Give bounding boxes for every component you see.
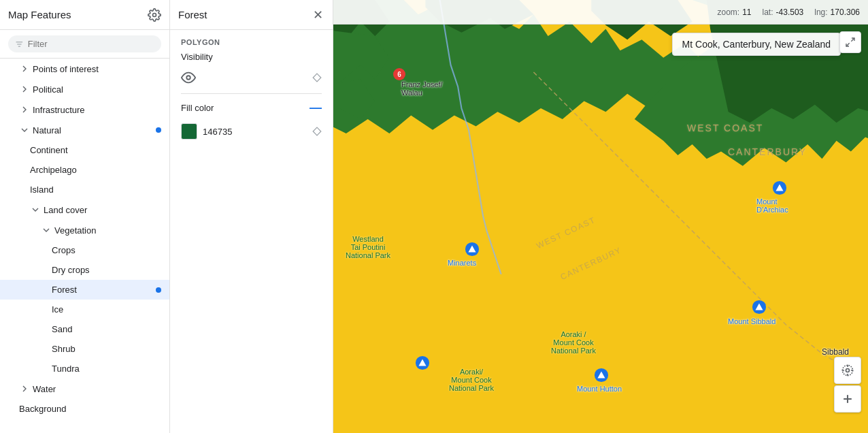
aoraki-left-label: Aoraki/Mount CookNational Park <box>449 368 494 392</box>
sidebar-item-tundra[interactable]: Tundra <box>0 359 169 379</box>
zoom-coord: zoom: 11 <box>717 7 751 17</box>
filter-input[interactable] <box>28 39 154 49</box>
visibility-label: Visibility <box>181 52 213 62</box>
sidebar-item-label: Land cover <box>44 205 161 215</box>
sidebar-item-label: Background <box>19 404 161 414</box>
sidebar-item-infrastructure[interactable]: Infrastructure <box>0 99 169 120</box>
minarets-icon <box>465 242 480 257</box>
svg-marker-6 <box>313 127 321 135</box>
sidebar-item-label: Crops <box>52 245 161 255</box>
lng-coord: lng: 170.306 <box>814 7 860 17</box>
close-button[interactable]: ✕ <box>311 8 324 22</box>
franz-josef-badge: 6 <box>393 68 405 80</box>
sidebar-item-political[interactable]: Political <box>0 79 169 99</box>
visibility-control-row <box>181 70 322 85</box>
minus-icon[interactable]: — <box>310 101 322 115</box>
diamond-icon[interactable] <box>312 127 322 136</box>
sidebar-item-continent[interactable]: Continent <box>0 140 169 160</box>
sidebar-item-label: Points of interest <box>33 64 161 74</box>
fill-color-label-row: Fill color — <box>181 101 322 115</box>
sidebar-item-label: Dry crops <box>52 265 161 275</box>
filter-bar <box>0 30 169 59</box>
map-container: Mt Cook, Canterbury, New Zealand 6 Franz… <box>333 0 868 433</box>
sidebar-item-label: Ice <box>52 304 161 315</box>
map-topbar: zoom: 11 lat: -43.503 lng: 170.306 <box>333 0 868 25</box>
sidebar-item-label: Continent <box>30 145 161 155</box>
sidebar-item-label: Water <box>33 384 161 394</box>
svg-line-8 <box>851 38 854 42</box>
sidebar: Map Features Points of interest Politica… <box>0 0 170 433</box>
sidebar-item-label: Vegetation <box>54 225 161 236</box>
sidebar-item-ice[interactable]: Ice <box>0 300 169 319</box>
fullscreen-button[interactable] <box>839 31 861 53</box>
sidebar-item-label: Archipelago <box>30 165 161 175</box>
mount-darchiac-label: MountD'Archiac <box>756 197 788 214</box>
detail-header: Forest ✕ <box>170 0 333 30</box>
sidebar-item-land-cover[interactable]: Land cover <box>0 199 169 220</box>
sidebar-item-points-of-interest[interactable]: Points of interest <box>0 59 169 79</box>
location-button[interactable] <box>834 357 861 384</box>
mount-darchiac-icon <box>772 180 787 195</box>
fill-color-row <box>181 123 244 140</box>
sidebar-item-archipelago[interactable]: Archipelago <box>0 160 169 180</box>
lat-coord: lat: -43.503 <box>763 7 804 17</box>
fill-color-label: Fill color <box>181 103 214 113</box>
sidebar-item-label: Shrub <box>52 344 161 354</box>
mount-hutton-label: Mount Hutton <box>577 385 622 393</box>
active-dot <box>156 287 161 293</box>
polygon-section-title: Polygon <box>181 38 322 46</box>
fullscreen-icon <box>845 37 856 48</box>
minarets-label: Minarets <box>448 259 476 267</box>
svg-point-0 <box>153 13 156 16</box>
svg-marker-5 <box>313 74 321 82</box>
sidebar-item-label: Sand <box>52 324 161 334</box>
mount-sibbald-icon <box>752 300 767 315</box>
canterbury-label-1: CANTERBURY <box>728 146 807 157</box>
chevron-right-icon <box>19 84 30 95</box>
sidebar-item-island[interactable]: Island <box>0 180 169 199</box>
svg-point-4 <box>186 76 190 80</box>
sidebar-title: Map Features <box>8 9 71 20</box>
color-swatch[interactable] <box>181 123 197 140</box>
sibbald-label: Sibbald <box>822 347 849 357</box>
sidebar-item-shrub[interactable]: Shrub <box>0 339 169 359</box>
chevron-down-icon <box>30 204 41 215</box>
westland-park-label: WestlandTai PoutiniNational Park <box>346 235 390 259</box>
detail-panel: Forest ✕ Polygon Visibility Fill color — <box>170 0 333 433</box>
aoraki-center-label: Aoraki /Mount CookNational Park <box>551 330 596 355</box>
plus-icon <box>841 392 854 406</box>
active-dot <box>156 127 161 133</box>
sidebar-item-water[interactable]: Water <box>0 379 169 399</box>
sidebar-header: Map Features <box>0 0 169 30</box>
sidebar-item-forest[interactable]: Forest <box>0 280 169 300</box>
aoraki-left-icon <box>415 355 430 370</box>
map-controls <box>834 357 861 413</box>
sidebar-item-label: Tundra <box>52 364 161 374</box>
sidebar-item-label: Infrastructure <box>33 105 161 115</box>
sidebar-item-label: Island <box>30 185 161 195</box>
fill-color-control-row <box>181 123 322 140</box>
mount-hutton-icon <box>594 368 609 383</box>
zoom-in-button[interactable] <box>834 385 861 413</box>
nav-tree: Points of interest Political Infrastruct… <box>0 59 169 433</box>
divider <box>181 93 322 94</box>
color-hex-input[interactable] <box>203 127 244 137</box>
filter-input-wrap[interactable] <box>8 35 161 52</box>
sidebar-item-background[interactable]: Background <box>0 399 169 419</box>
chevron-down-icon <box>19 125 30 135</box>
svg-point-20 <box>846 369 850 372</box>
sidebar-item-sand[interactable]: Sand <box>0 319 169 339</box>
detail-title: Forest <box>178 9 207 20</box>
sidebar-item-vegetation[interactable]: Vegetation <box>0 220 169 240</box>
sidebar-item-natural[interactable]: Natural <box>0 120 169 140</box>
diamond-icon[interactable] <box>312 73 322 82</box>
sidebar-item-label: Political <box>33 84 161 95</box>
sidebar-item-crops[interactable]: Crops <box>0 240 169 260</box>
west-coast-label-1: WEST COAST <box>687 123 763 133</box>
visibility-icon[interactable] <box>181 70 196 85</box>
sidebar-item-label: Natural <box>33 125 156 135</box>
chevron-right-icon <box>19 63 30 74</box>
map-area[interactable]: zoom: 11 lat: -43.503 lng: 170.306 <box>333 0 868 433</box>
gear-icon[interactable] <box>148 8 161 22</box>
sidebar-item-dry-crops[interactable]: Dry crops <box>0 260 169 280</box>
